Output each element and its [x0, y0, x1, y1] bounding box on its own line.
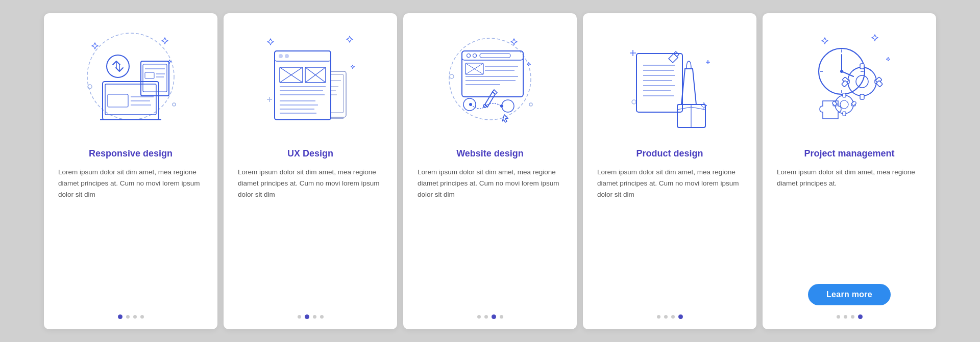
- dot-active[interactable]: [492, 314, 496, 319]
- svg-point-29: [279, 54, 283, 58]
- svg-point-0: [87, 33, 174, 120]
- svg-rect-12: [145, 72, 154, 78]
- dots-row: [837, 314, 863, 319]
- responsive-design-illustration: [75, 25, 187, 138]
- svg-rect-51: [480, 54, 510, 58]
- card-body: Lorem ipsum dolor sit dim amet, mea regi…: [238, 167, 383, 305]
- dot[interactable]: [844, 315, 847, 319]
- dot-active[interactable]: [118, 314, 122, 319]
- svg-point-15: [107, 55, 129, 77]
- card-title: Website design: [456, 148, 524, 160]
- svg-point-1: [88, 85, 92, 89]
- svg-point-30: [285, 54, 289, 58]
- dots-row: [657, 314, 683, 319]
- dot[interactable]: [477, 315, 481, 319]
- website-design-illustration: [434, 25, 546, 138]
- svg-point-2: [173, 103, 176, 106]
- svg-point-50: [473, 54, 477, 57]
- svg-rect-90: [860, 64, 864, 69]
- card-body: Lorem ipsum dolor sit dim amet, mea regi…: [58, 167, 203, 305]
- dot[interactable]: [298, 315, 301, 319]
- svg-point-99: [840, 100, 848, 109]
- svg-rect-4: [105, 84, 156, 115]
- project-management-illustration: [793, 25, 905, 138]
- cards-container: Responsive design Lorem ipsum dolor sit …: [34, 3, 946, 339]
- card-ux-design: UX Design Lorem ipsum dolor sit dim amet…: [224, 13, 397, 329]
- dot[interactable]: [140, 315, 144, 319]
- svg-rect-70: [636, 54, 682, 112]
- card-product-design: Product design Lorem ipsum dolor sit dim…: [583, 13, 756, 329]
- dot[interactable]: [837, 315, 840, 319]
- learn-more-button[interactable]: Learn more: [808, 284, 891, 305]
- dot[interactable]: [657, 315, 660, 319]
- card-website-design: Website design Lorem ipsum dolor sit dim…: [403, 13, 577, 329]
- dot[interactable]: [133, 315, 137, 319]
- svg-point-49: [467, 54, 471, 57]
- svg-rect-91: [860, 94, 864, 99]
- card-title: Product design: [636, 148, 703, 160]
- svg-point-45: [450, 74, 454, 78]
- dots-row: [298, 314, 324, 319]
- card-title: Responsive design: [89, 148, 173, 160]
- dot[interactable]: [851, 315, 854, 319]
- dot[interactable]: [664, 315, 668, 319]
- svg-point-63: [469, 103, 472, 106]
- svg-rect-100: [843, 93, 846, 97]
- card-title: UX Design: [287, 148, 333, 160]
- dots-row: [118, 314, 144, 319]
- svg-point-46: [529, 103, 532, 106]
- dot-active[interactable]: [305, 314, 309, 319]
- svg-point-64: [500, 104, 503, 108]
- svg-point-62: [502, 100, 514, 112]
- dot[interactable]: [484, 315, 488, 319]
- product-design-illustration: [614, 25, 726, 138]
- ux-design-illustration: [254, 25, 366, 138]
- dot[interactable]: [671, 315, 675, 319]
- card-title: Project management: [804, 148, 894, 160]
- svg-rect-5: [108, 94, 128, 107]
- dot[interactable]: [126, 315, 130, 319]
- card-body: Lorem ipsum dolor sit dim amet, mea regi…: [418, 167, 562, 305]
- svg-rect-101: [843, 112, 846, 116]
- dot-active[interactable]: [858, 314, 863, 319]
- svg-rect-10: [143, 64, 167, 92]
- dot-active[interactable]: [678, 314, 683, 319]
- svg-point-69: [632, 100, 636, 104]
- dot[interactable]: [313, 315, 316, 319]
- dot[interactable]: [320, 315, 324, 319]
- svg-rect-48: [462, 51, 523, 60]
- card-project-management: Project management Lorem ipsum dolor sit…: [763, 13, 936, 329]
- dots-row: [477, 314, 503, 319]
- card-responsive-design: Responsive design Lorem ipsum dolor sit …: [44, 13, 217, 329]
- dot[interactable]: [500, 315, 503, 319]
- card-body: Lorem ipsum dolor sit dim amet, mea regi…: [597, 167, 742, 305]
- card-body: Lorem ipsum dolor sit dim amet, mea regi…: [777, 167, 922, 277]
